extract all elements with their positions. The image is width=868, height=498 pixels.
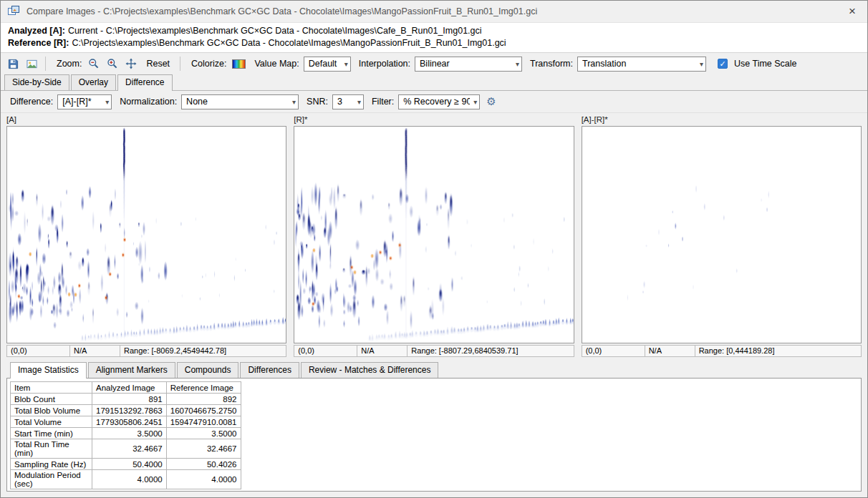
col-header-reference: Reference Image <box>166 382 241 394</box>
stat-value-cell: 1791513292.7863 <box>92 405 167 416</box>
tab-differences[interactable]: Differences <box>240 362 299 378</box>
tab-image-statistics[interactable]: Image Statistics <box>10 362 87 379</box>
stat-name-cell: Blob Count <box>11 394 92 405</box>
value-map-value: Default <box>309 59 341 69</box>
stat-value-cell: 4.0000 <box>92 470 167 489</box>
chevron-down-icon: ▾ <box>105 98 109 106</box>
view-tab-overlay[interactable]: Overlay <box>71 74 116 90</box>
zoom-out-button[interactable] <box>86 56 102 72</box>
colorize-label: Colorize: <box>191 59 226 69</box>
normalization-value: None <box>186 97 289 107</box>
panel-statusbar-a: (0,0) N/A Range: [-8069.2,4549442.78] <box>6 345 286 357</box>
image-icon <box>26 59 37 69</box>
stat-value-cell: 1594747910.0081 <box>166 416 241 428</box>
tab-compounds[interactable]: Compounds <box>177 362 239 378</box>
reset-button[interactable]: Reset <box>142 57 174 70</box>
panel-statusbar-r: (0,0) N/A Range: [-8807.29,6840539.71] <box>294 345 574 357</box>
normalization-select[interactable]: None ▾ <box>181 94 299 109</box>
filter-settings-gear-icon[interactable]: ⚙ <box>486 95 496 108</box>
stat-value-cell: 892 <box>166 394 241 405</box>
title-bar: Compare Images - C:\Projects\examples\Be… <box>1 1 867 22</box>
stat-value-cell: 1607046675.2750 <box>166 405 241 416</box>
zoom-label: Zoom: <box>57 59 82 69</box>
analyzed-label: Analyzed [A]: <box>8 26 65 36</box>
panel-statusbar-diff: (0,0) N/A Range: [0,444189.28] <box>582 345 862 357</box>
chevron-down-icon: ▾ <box>516 60 519 68</box>
main-toolbar: Zoom: <box>1 53 867 74</box>
cursor-coords: (0,0) <box>7 346 70 356</box>
magnifier-plus-icon <box>107 58 118 69</box>
stats-row: Total Run Time (min)32.466732.4667 <box>11 439 241 459</box>
floppy-icon <box>8 59 19 69</box>
save-button[interactable] <box>5 56 21 72</box>
stat-value-cell: 891 <box>92 394 167 405</box>
panel-reference: [R]* (0,0) N/A Range: [-8807.29,6840539.… <box>294 115 574 357</box>
view-tab-side-by-side[interactable]: Side-by-Side <box>4 74 69 90</box>
colormap-icon <box>232 59 246 69</box>
reference-path: C:\Projects\examples\Benchmark GC×GC Dat… <box>72 38 506 48</box>
panel-label-a: [A] <box>6 115 286 126</box>
value-map-select[interactable]: Default ▾ <box>304 57 351 72</box>
panel-label-diff: [A]-[R]* <box>582 115 862 126</box>
chevron-down-icon: ▾ <box>357 98 361 106</box>
view-tab-bar: Side-by-SideOverlayDifference <box>1 74 867 91</box>
move-arrows-icon <box>125 58 137 69</box>
stats-row: Modulation Period (sec)4.00004.0000 <box>11 470 241 489</box>
normalization-label: Normalization: <box>120 97 177 107</box>
interpolation-label: Interpolation: <box>359 59 410 69</box>
filter-select[interactable]: % Recovery ≥ 90 ▾ <box>398 94 480 109</box>
chevron-down-icon: ▾ <box>292 98 296 106</box>
chevron-down-icon: ▾ <box>473 98 477 106</box>
compare-images-window: Compare Images - C:\Projects\examples\Be… <box>0 0 868 498</box>
panel-difference: [A]-[R]* (0,0) N/A Range: [0,444189.28] <box>582 115 862 357</box>
cursor-value: N/A <box>645 346 695 356</box>
chromatogram-canvas-r[interactable] <box>294 127 573 343</box>
stats-header-row: Item Analyzed Image Reference Image <box>11 382 241 394</box>
check-icon: ✓ <box>719 60 725 68</box>
stat-value-cell: 4.0000 <box>166 470 241 489</box>
close-button[interactable]: × <box>837 1 867 22</box>
zoom-in-button[interactable] <box>105 56 120 72</box>
view-tab-difference[interactable]: Difference <box>117 74 172 91</box>
interpolation-value: Bilinear <box>420 59 512 69</box>
export-image-button[interactable] <box>24 56 39 72</box>
image-statistics-table: Item Analyzed Image Reference Image Blob… <box>10 381 241 489</box>
analyzed-file-line: Analyzed [A]:Current - C:\Projects\examp… <box>8 25 860 37</box>
snr-select[interactable]: 3 ▾ <box>332 94 364 109</box>
range-readout: Range: [0,444189.28] <box>695 346 861 356</box>
snr-value: 3 <box>337 97 354 107</box>
interpolation-select[interactable]: Bilinear ▾ <box>415 57 522 72</box>
stats-row: Sampling Rate (Hz)50.400050.4026 <box>11 459 241 470</box>
bottom-tab-bar: Image StatisticsAlignment MarkersCompoun… <box>6 362 862 378</box>
stat-value-cell: 32.4667 <box>166 439 241 459</box>
chromatogram-a <box>6 126 286 343</box>
stat-name-cell: Total Blob Volume <box>11 405 92 416</box>
transform-value: Translation <box>582 59 696 69</box>
chromatogram-canvas-diff[interactable] <box>582 127 861 343</box>
transform-select[interactable]: Translation ▾ <box>577 57 706 72</box>
stat-value-cell: 3.5000 <box>166 428 241 439</box>
range-readout: Range: [-8069.2,4549442.78] <box>120 346 286 356</box>
tab-review-matches-differences[interactable]: Review - Matches & Differences <box>301 362 439 378</box>
difference-select[interactable]: [A]-[R]* ▾ <box>57 94 112 109</box>
stat-value-cell: 50.4026 <box>166 459 241 470</box>
cursor-value: N/A <box>70 346 120 356</box>
magnifier-minus-icon <box>88 58 100 69</box>
stats-row: Total Blob Volume1791513292.786316070466… <box>11 405 241 416</box>
stats-row: Total Volume1779305806.24511594747910.00… <box>11 416 241 428</box>
colorize-button[interactable] <box>231 56 246 72</box>
chromatogram-canvas-a[interactable] <box>7 127 286 343</box>
tab-alignment-markers[interactable]: Alignment Markers <box>88 362 175 378</box>
stat-name-cell: Start Time (min) <box>11 428 92 439</box>
stat-value-cell: 32.4667 <box>92 439 167 459</box>
pan-button[interactable] <box>123 56 139 72</box>
stat-name-cell: Modulation Period (sec) <box>11 470 92 489</box>
use-time-scale-checkbox[interactable]: ✓ <box>718 59 728 69</box>
toolbar-separator <box>45 57 46 71</box>
stat-name-cell: Sampling Rate (Hz) <box>11 459 92 470</box>
use-time-scale-label: Use Time Scale <box>734 59 797 69</box>
panel-label-r: [R]* <box>294 115 574 126</box>
value-map-label: Value Map: <box>254 59 299 69</box>
filter-label: Filter: <box>372 97 394 107</box>
cursor-coords: (0,0) <box>582 346 645 356</box>
